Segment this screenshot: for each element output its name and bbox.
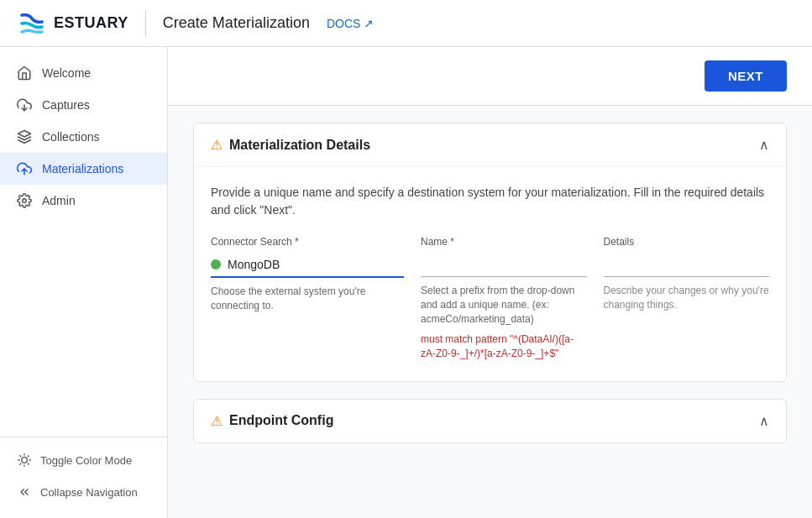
endpoint-warning-icon: ⚠ bbox=[211, 413, 223, 429]
home-icon bbox=[17, 65, 32, 81]
details-label: Details bbox=[604, 236, 770, 248]
svg-line-7 bbox=[20, 456, 21, 457]
top-header: ESTUARY Create Materialization DOCS ↗ bbox=[0, 0, 812, 47]
content-area: NEXT ⚠ Materialization Details ∧ Provide… bbox=[168, 47, 812, 518]
svg-line-8 bbox=[28, 463, 29, 464]
sidebar-item-collections[interactable]: Collections bbox=[0, 121, 167, 153]
svg-point-4 bbox=[22, 458, 28, 463]
svg-marker-1 bbox=[18, 131, 31, 138]
name-error: must match pattern "^(DataAI/)([a-zA-Z0-… bbox=[421, 332, 587, 361]
svg-line-12 bbox=[28, 456, 29, 457]
materialization-details-body: Provide a unique name and specify a dest… bbox=[194, 166, 786, 381]
sidebar-item-admin[interactable]: Admin bbox=[0, 185, 167, 217]
sidebar: Welcome Captures Collections bbox=[0, 47, 168, 518]
chevron-up-icon: ∧ bbox=[759, 137, 769, 153]
next-button[interactable]: NEXT bbox=[705, 60, 787, 92]
section-title-area: ⚠ Materialization Details bbox=[211, 137, 370, 153]
materialization-details-title: Materialization Details bbox=[229, 138, 370, 153]
sidebar-item-label: Welcome bbox=[42, 66, 91, 80]
header-divider bbox=[145, 11, 146, 36]
details-input[interactable] bbox=[604, 253, 770, 277]
endpoint-config-title: Endpoint Config bbox=[229, 413, 333, 428]
nav-items: Welcome Captures Collections bbox=[0, 57, 167, 437]
mongodb-indicator bbox=[211, 259, 221, 269]
sidebar-item-label: Admin bbox=[42, 194, 76, 207]
toggle-color-mode-button[interactable]: Toggle Color Mode bbox=[0, 444, 167, 476]
sidebar-item-welcome[interactable]: Welcome bbox=[0, 57, 167, 89]
connector-selected-value: MongoDB bbox=[228, 258, 280, 271]
main-layout: Welcome Captures Collections bbox=[0, 47, 812, 518]
sidebar-item-label: Materializations bbox=[42, 162, 123, 175]
warning-icon: ⚠ bbox=[211, 137, 223, 153]
docs-link[interactable]: DOCS ↗ bbox=[327, 17, 374, 30]
section-description: Provide a unique name and specify a dest… bbox=[211, 184, 769, 219]
toggle-color-label: Toggle Color Mode bbox=[40, 454, 132, 467]
materialization-details-header[interactable]: ⚠ Materialization Details ∧ bbox=[194, 123, 786, 166]
docs-label: DOCS bbox=[327, 17, 360, 30]
cloud-download-icon bbox=[17, 97, 32, 112]
collapse-nav-label: Collapse Navigation bbox=[40, 486, 138, 499]
endpoint-config-header[interactable]: ⚠ Endpoint Config ∧ bbox=[194, 400, 786, 442]
sidebar-item-label: Collections bbox=[42, 130, 99, 144]
details-hint: Describe your changes or why you're chan… bbox=[604, 284, 770, 312]
collapse-navigation-button[interactable]: Collapse Navigation bbox=[0, 476, 167, 508]
connector-search-label: Connector Search * bbox=[211, 236, 404, 248]
content-inner: ⚠ Materialization Details ∧ Provide a un… bbox=[168, 106, 812, 477]
endpoint-chevron-up-icon: ∧ bbox=[759, 413, 769, 429]
name-label: Name * bbox=[421, 236, 587, 248]
connector-search-field: Connector Search * MongoDB Choose the ex… bbox=[211, 236, 404, 313]
chevrons-left-icon bbox=[17, 484, 32, 500]
sidebar-item-captures[interactable]: Captures bbox=[0, 89, 167, 121]
endpoint-title-area: ⚠ Endpoint Config bbox=[211, 413, 333, 429]
fields-row: Connector Search * MongoDB Choose the ex… bbox=[211, 236, 769, 361]
name-hint: Select a prefix from the drop-down and a… bbox=[421, 284, 587, 326]
connector-hint: Choose the external system you're connec… bbox=[211, 285, 404, 313]
gear-icon bbox=[17, 193, 32, 208]
endpoint-config-section: ⚠ Endpoint Config ∧ bbox=[193, 399, 787, 443]
external-link-icon: ↗ bbox=[364, 17, 374, 30]
name-field: Name * Select a prefix from the drop-dow… bbox=[421, 236, 587, 361]
sun-icon bbox=[17, 453, 32, 468]
logo-area: ESTUARY bbox=[17, 8, 128, 39]
toolbar: NEXT bbox=[168, 47, 812, 106]
logo-text: ESTUARY bbox=[54, 14, 128, 32]
sidebar-item-materializations[interactable]: Materializations bbox=[0, 153, 167, 185]
name-input[interactable] bbox=[421, 253, 587, 277]
details-field: Details Describe your changes or why you… bbox=[604, 236, 770, 312]
svg-point-3 bbox=[23, 199, 27, 203]
materialization-details-section: ⚠ Materialization Details ∧ Provide a un… bbox=[193, 123, 787, 382]
connector-value[interactable]: MongoDB bbox=[211, 253, 404, 278]
sidebar-item-label: Captures bbox=[42, 98, 90, 112]
sidebar-bottom: Toggle Color Mode Collapse Navigation bbox=[0, 437, 167, 508]
svg-line-11 bbox=[20, 463, 21, 464]
estuary-logo bbox=[17, 8, 47, 39]
cloud-upload-icon bbox=[17, 161, 32, 176]
page-title: Create Materialization bbox=[163, 14, 310, 32]
layers-icon bbox=[17, 129, 32, 144]
